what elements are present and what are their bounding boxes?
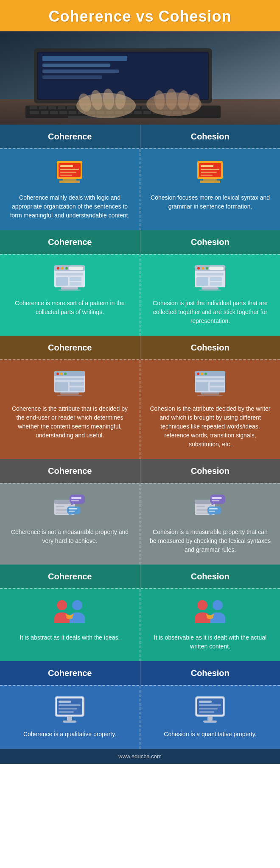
right-heading-5: Cohesion (191, 572, 230, 581)
section-3: CoherenceCohesion Coherence is the attri… (0, 336, 280, 459)
svg-rect-79 (56, 273, 83, 275)
svg-point-76 (61, 267, 64, 270)
svg-rect-168 (199, 704, 221, 706)
left-heading-2: Coherence (48, 237, 92, 247)
svg-rect-39 (134, 111, 142, 114)
svg-rect-67 (201, 165, 213, 167)
svg-rect-126 (71, 500, 79, 501)
svg-point-89 (206, 267, 208, 270)
right-heading-6: Cohesion (191, 668, 230, 678)
svg-point-112 (204, 373, 207, 375)
content-text-left-6: Coherence is a qualitative property. (23, 730, 116, 739)
svg-rect-139 (212, 500, 219, 501)
svg-rect-81 (70, 277, 81, 281)
svg-rect-104 (70, 382, 84, 386)
svg-rect-96 (199, 289, 221, 291)
svg-rect-94 (210, 282, 222, 286)
content-row-6: Coherence is a qualitative property. Coh… (0, 685, 280, 749)
svg-rect-70 (201, 175, 213, 176)
content-text-right-4: Cohesion is a measurable property that c… (150, 528, 271, 554)
svg-rect-102 (55, 378, 84, 380)
section-header-5: CoherenceCohesion (0, 565, 280, 588)
section-header-right: Cohesion (140, 661, 280, 685)
svg-rect-125 (71, 497, 81, 499)
content-text-left-1: Coherence mainly deals with logic and ap… (9, 193, 130, 220)
section-header-left: Coherence (0, 459, 140, 483)
webpage-icon-left-3 (51, 369, 89, 398)
section-4: CoherenceCohesion Coherence is not a mea… (0, 459, 280, 565)
section-header-right: Cohesion (140, 230, 280, 254)
svg-rect-172 (203, 721, 217, 723)
svg-rect-62 (60, 175, 72, 176)
section-header-right: Cohesion (140, 336, 280, 359)
svg-rect-134 (196, 506, 205, 507)
svg-rect-72 (200, 181, 220, 183)
svg-rect-107 (57, 395, 82, 396)
content-row-3: Coherence is the attribute that is decid… (0, 359, 280, 459)
content-col-right-4: Cohesion is a measurable property that c… (140, 484, 280, 565)
section-header-left: Coherence (0, 565, 140, 588)
svg-rect-128 (67, 506, 81, 514)
svg-rect-113 (196, 378, 224, 380)
svg-point-77 (65, 267, 68, 270)
section-header-right: Cohesion (140, 459, 280, 483)
person-icon-right-5 (191, 598, 230, 627)
page-header: Coherence vs Cohesion (0, 0, 280, 31)
right-heading-3: Cohesion (191, 343, 230, 353)
content-text-right-3: Cohesion is the attribute decided by the… (150, 404, 271, 449)
svg-rect-78 (69, 267, 83, 270)
svg-rect-68 (201, 169, 219, 170)
section-6: CoherenceCohesion Coherence is a qualita… (0, 661, 280, 749)
svg-point-75 (57, 267, 59, 270)
svg-point-110 (197, 373, 199, 375)
svg-rect-130 (69, 511, 75, 512)
svg-rect-91 (196, 273, 224, 275)
svg-rect-63 (63, 179, 76, 181)
left-heading-3: Coherence (48, 343, 92, 353)
left-heading-4: Coherence (48, 466, 92, 476)
svg-rect-170 (199, 711, 214, 713)
svg-rect-83 (61, 287, 78, 289)
svg-rect-31 (59, 111, 67, 114)
svg-rect-167 (199, 701, 212, 703)
browser-icon-right-2 (191, 263, 230, 293)
svg-point-145 (57, 600, 67, 610)
content-text-left-2: Coherence is more sort of a pattern in t… (9, 299, 130, 317)
webpage-icon-right-3 (191, 369, 230, 398)
svg-rect-93 (210, 277, 222, 281)
svg-rect-84 (59, 289, 81, 291)
svg-point-101 (64, 373, 67, 375)
svg-rect-12 (48, 106, 56, 109)
svg-rect-137 (210, 495, 225, 504)
svg-rect-141 (207, 506, 221, 514)
section-header-left: Coherence (0, 125, 140, 148)
content-row-5: It is abstract as it deals with the idea… (0, 588, 280, 661)
svg-rect-136 (196, 512, 208, 514)
section-header-right: Cohesion (140, 565, 280, 588)
desktop-icon-right-6 (191, 694, 230, 724)
svg-point-100 (60, 373, 63, 375)
svg-rect-60 (60, 169, 79, 170)
svg-rect-40 (143, 111, 151, 114)
svg-rect-115 (210, 382, 224, 386)
content-text-right-1: Cohesion focuses more on lexical syntax … (150, 193, 271, 211)
content-text-left-3: Coherence is the attribute that is decid… (9, 404, 130, 440)
svg-rect-124 (70, 495, 85, 504)
content-row-1: Coherence mainly deals with logic and ap… (0, 148, 280, 230)
svg-rect-103 (55, 382, 68, 391)
left-heading-1: Coherence (48, 132, 92, 142)
section-2: CoherenceCohesion Coherence is more sort… (0, 230, 280, 336)
svg-rect-114 (196, 382, 208, 391)
svg-rect-116 (210, 387, 224, 391)
content-col-right-2: Cohesion is just the individual parts th… (140, 255, 280, 336)
svg-rect-10 (30, 106, 37, 109)
content-col-left-5: It is abstract as it deals with the idea… (0, 589, 140, 661)
section-1: CoherenceCohesion Coherence mainly deals… (0, 125, 280, 230)
content-col-left-2: Coherence is more sort of a pattern in t… (0, 255, 140, 336)
svg-point-146 (72, 600, 82, 610)
content-text-right-2: Cohesion is just the individual parts th… (150, 299, 271, 326)
section-header-left: Coherence (0, 661, 140, 685)
svg-rect-106 (60, 392, 79, 395)
svg-rect-171 (207, 716, 213, 721)
document-icon-left-1 (51, 158, 89, 187)
